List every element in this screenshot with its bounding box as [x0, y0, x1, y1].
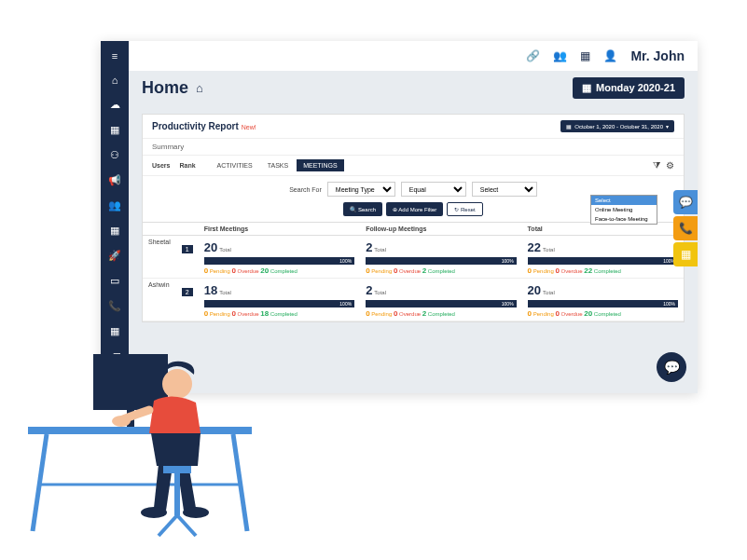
date-selector[interactable]: ▦ Monday 2020-21 [573, 77, 685, 99]
users-header: Users [152, 162, 170, 169]
cloud-icon[interactable]: ☁ [110, 99, 120, 111]
svg-point-8 [141, 507, 167, 518]
page-title: Home ⌂ [142, 78, 203, 98]
dropdown-opt-face[interactable]: Face-to-face Meeting [591, 214, 657, 224]
date-range-picker[interactable]: ▦ October 1, 2020 - October 31, 2020 ▾ [560, 120, 674, 132]
dropdown-opt-select[interactable]: Select [591, 196, 657, 205]
col-followup: Follow-up Meetings [360, 223, 521, 236]
value-select[interactable]: Select [472, 182, 537, 197]
svg-line-4 [233, 434, 247, 531]
tab-tasks[interactable]: Tasks [261, 159, 295, 171]
table-row: Ashwin218Total100%0 Pending 0 Overdue 18… [143, 279, 684, 321]
link-icon[interactable]: 🔗 [526, 49, 540, 62]
chevron-down-icon: ▾ [666, 123, 669, 130]
svg-line-12 [159, 515, 177, 536]
side-tab-chat[interactable]: 💬 [673, 190, 698, 214]
meetings-table: First Meetings Follow-up Meetings Total … [143, 222, 684, 321]
main-area: 🔗 👥 ▦ 👤 Mr. John Home ⌂ ▦ Monday 2020-21… [129, 41, 698, 393]
menu-icon[interactable]: ≡ [112, 50, 118, 61]
svg-point-9 [183, 507, 209, 518]
search-row: Search For Meeting Type Equal Select Sel… [143, 176, 684, 202]
svg-line-13 [177, 515, 196, 536]
side-tab-grid[interactable]: ▦ [673, 242, 698, 266]
apps-icon[interactable]: ▦ [110, 325, 119, 337]
tab-activities[interactable]: Activities [211, 159, 259, 171]
report-title: Productivity ReportNew! [152, 121, 256, 131]
users-icon[interactable]: 👥 [108, 199, 121, 212]
svg-rect-2 [28, 427, 252, 434]
dropdown-opt-online[interactable]: Online Meeting [591, 205, 657, 214]
col-first: First Meetings [199, 223, 360, 236]
username[interactable]: Mr. John [630, 48, 685, 63]
subbar: Home ⌂ ▦ Monday 2020-21 [129, 71, 698, 104]
add-filter-button[interactable]: ⊕ Add More Filter [386, 202, 443, 216]
tab-meetings[interactable]: Meetings [297, 159, 344, 171]
calendar-icon[interactable]: ▦ [110, 124, 119, 136]
date-text: Monday 2020-21 [596, 82, 675, 93]
svg-rect-11 [174, 473, 180, 515]
svg-line-3 [33, 434, 47, 531]
mobile-icon[interactable]: ▭ [110, 275, 119, 287]
grid-icon[interactable]: ▦ [580, 49, 590, 62]
settings-icon[interactable]: ⚙ [666, 160, 674, 171]
search-button[interactable]: 🔍 Search [343, 202, 382, 216]
illustration-person-desk [28, 345, 270, 540]
rank-cell: 1 [176, 236, 199, 279]
sidebar: ≡ ⌂ ☁ ▦ ⚇ 📢 👥 ▦ 🚀 ▭ 📞 ▦ 🏷 [101, 41, 129, 393]
phone-icon[interactable]: 📞 [108, 300, 121, 312]
svg-point-6 [162, 369, 192, 399]
summary-label: Summary [143, 139, 684, 156]
tabs-row: Users Rank Activities Tasks Meetings ⧩ ⚙ [143, 156, 684, 176]
report-card: Productivity ReportNew! ▦ October 1, 202… [142, 114, 685, 322]
side-tabs: 💬 📞 ▦ [673, 190, 698, 266]
reset-button[interactable]: ↻ Reset [447, 202, 482, 216]
rank-cell: 2 [176, 279, 199, 321]
chat-fab[interactable]: 💬 [657, 352, 686, 382]
sitemap-icon[interactable]: ⚇ [110, 149, 119, 161]
user-cell: Sheetal [143, 236, 176, 279]
value-dropdown: Select Online Meeting Face-to-face Meeti… [590, 195, 657, 225]
megaphone-icon[interactable]: 📢 [108, 174, 121, 186]
home-icon[interactable]: ⌂ [196, 81, 203, 95]
svg-rect-10 [163, 466, 191, 473]
home-icon[interactable]: ⌂ [112, 75, 118, 86]
user-cell: Ashwin [143, 279, 176, 321]
user-icon[interactable]: 👤 [603, 49, 617, 62]
topbar: 🔗 👥 ▦ 👤 Mr. John [129, 41, 698, 71]
rank-header: Rank [179, 162, 195, 169]
calendar-icon: ▦ [582, 82, 591, 94]
search-for-label: Search For [289, 186, 322, 193]
rocket-icon[interactable]: 🚀 [108, 250, 121, 262]
table-row: Sheetal120Total100%0 Pending 0 Overdue 2… [143, 236, 684, 279]
side-tab-call[interactable]: 📞 [673, 216, 698, 240]
people-icon[interactable]: 👥 [553, 49, 567, 62]
home-text: Home [142, 78, 188, 98]
calendar-icon: ▦ [566, 123, 572, 130]
operator-select[interactable]: Equal [401, 182, 466, 197]
grid-icon[interactable]: ▦ [110, 225, 119, 237]
meeting-type-select[interactable]: Meeting Type [327, 182, 395, 197]
filter-icon[interactable]: ⧩ [653, 160, 660, 171]
